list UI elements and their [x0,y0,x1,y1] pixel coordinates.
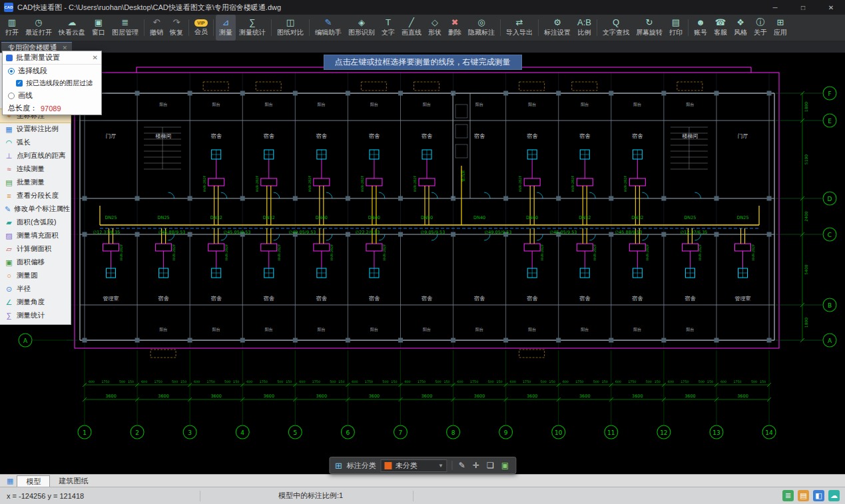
move-icon[interactable]: ✛ [471,461,481,470]
toolbar-item-find-text[interactable]: Q文字查找 [599,15,633,41]
svg-text:600: 600 [299,380,305,383]
toolbar-item-apps[interactable]: ⊞应用 [770,15,790,41]
sheet-nav-icon[interactable]: ▦ [3,475,17,487]
svg-text:3600: 3600 [105,393,117,399]
toolbar-item-draw-line[interactable]: ╱画直线 [398,15,425,41]
annotation-settings-icon: ⚙ [553,18,561,27]
sheet-tab-label: 模型 [26,477,41,487]
menu-item-area-offset[interactable]: ▣面积偏移 [0,256,71,269]
checkbox-checked-icon[interactable]: ✓ [16,80,23,87]
toolbar-item-support[interactable]: ☎客服 [710,15,730,41]
toolbar-item-drawing-compare[interactable]: ◫图纸对比 [274,15,307,41]
svg-text:600: 600 [563,380,569,383]
cloud-status-icon[interactable]: ☁ [828,490,840,501]
toolbar-item-vip-member[interactable]: VIP会员 [191,15,211,41]
svg-text:宿舍: 宿舍 [210,133,222,139]
menu-item-measure-statistics[interactable]: ∑测量统计 [0,309,71,322]
menu-item-measure-angle[interactable]: ∠测量角度 [0,296,71,309]
side-area-icon: ▱ [5,245,13,254]
edit-icon[interactable]: ✎ [457,461,467,470]
annotation-category-label: 标注分类 [347,461,376,471]
sheet-tab-label: 建筑图纸 [59,476,88,486]
menu-item-continuous-measure[interactable]: ≈连续测量 [0,162,71,176]
menu-item-measure-circle[interactable]: ○测量圆 [0,269,71,282]
toolbar-item-delete[interactable]: ✖删除 [445,15,465,41]
category-dropdown[interactable]: 未分类 ▼ [381,459,447,472]
toolbar-item-hide-annotations[interactable]: ◎隐藏标注 [465,15,498,41]
panel-close-icon[interactable]: ✕ [93,54,98,61]
toolbar-item-scale[interactable]: A:B比例 [574,15,595,41]
folder-status-icon[interactable]: ▤ [798,490,809,501]
toolbar-item-layer-manager[interactable]: ≣图层管理 [109,15,142,41]
toolbar-item-label: 隐藏标注 [468,28,495,37]
sheet-tab-model[interactable]: 模型 [17,475,50,487]
image-status-icon[interactable]: ◧ [813,490,824,501]
toolbar-item-annotation-settings[interactable]: ⚙标注设置 [541,15,574,41]
svg-text:楼梯间: 楼梯间 [682,133,698,139]
svg-text:HVR-282F: HVR-282F [172,244,176,261]
toolbar-item-shape-recognition[interactable]: ◈图形识别 [345,15,378,41]
svg-text:1750: 1750 [681,380,689,383]
menu-item-label: 修改单个标注属性 [14,204,70,214]
toolbar-item-theme[interactable]: ❖风格 [730,15,750,41]
cad-canvas[interactable]: 盥洗室HVR-282FHVR-282FHVR-282FHVR-282FHVR-2… [0,53,845,474]
toolbar-item-window[interactable]: ▣窗口 [89,15,109,41]
toolbar-item-label: 测量 [219,28,232,37]
svg-text:DN40: DN40 [526,215,538,220]
toolbar-item-cloud-drive[interactable]: ☁快看云盘 [55,15,89,41]
toolbar-item-measure-stats[interactable]: ∑测量统计 [236,15,269,41]
svg-text:1750: 1750 [312,380,320,383]
radio-unselected-icon[interactable] [8,93,15,99]
svg-text:1750: 1750 [523,380,531,383]
toolbar-item-about[interactable]: ⓘ关于 [750,15,770,41]
menu-item-side-area[interactable]: ▱计算侧面积 [0,242,71,256]
menu-item-label: 设置标注比例 [17,125,59,134]
svg-text:阳台: 阳台 [160,327,168,332]
toolbar-item-edit-assistant[interactable]: ✎编辑助手 [312,15,345,41]
svg-text:5: 5 [293,429,297,436]
print-icon: ▤ [672,18,680,27]
svg-text:∅45.05/9.53: ∅45.05/9.53 [550,230,577,235]
svg-text:DN25: DN25 [684,215,696,220]
maximize-icon[interactable]: □ [789,0,817,15]
toolbar-item-recent-open[interactable]: ◷最近打开 [22,15,55,41]
radio-selected-icon[interactable] [8,68,15,75]
menu-item-batch-measure[interactable]: ▤批量测量 [0,176,71,189]
svg-text:600: 600 [668,380,674,383]
delete-icon: ✖ [451,18,459,27]
grid-icon[interactable]: ⊞ [335,461,342,471]
menu-item-radius[interactable]: ⊙半径 [0,282,71,296]
option-layer-filter[interactable]: ✓ 按已选线段的图层过滤 [3,77,101,89]
document-status-icon[interactable]: ≣ [782,490,794,501]
menu-item-view-segment-length[interactable]: ≡查看分段长度 [0,189,71,202]
close-icon[interactable]: ✕ [817,0,845,15]
menu-item-modify-annotation-property[interactable]: ✎修改单个标注属性 [0,202,71,216]
toolbar-item-print[interactable]: ▤打印 [666,15,686,41]
menu-item-arc-length[interactable]: ◠弧长 [0,136,71,149]
svg-text:阳台: 阳台 [370,327,378,332]
svg-text:5400: 5400 [804,264,808,274]
toolbar-item-shapes[interactable]: ◇形状 [425,15,445,41]
svg-text:宿舍: 宿舍 [579,296,590,302]
tab-close-icon[interactable]: ✕ [63,45,68,51]
option-draw-line[interactable]: 画线 [3,89,101,102]
menu-item-area-with-arc[interactable]: ▰面积(含弧段) [0,216,71,229]
toolbar-item-undo[interactable]: ↶撤销 [146,15,166,41]
toolbar-item-label: 撤销 [150,28,163,37]
svg-text:B: B [828,302,832,309]
minimize-icon[interactable]: ─ [761,0,789,15]
option-select-segment[interactable]: 选择线段 [3,65,101,77]
toolbar-item-rotate-screen[interactable]: ↻屏幕旋转 [633,15,666,41]
sheet-tab-architecture[interactable]: 建筑图纸 [50,475,97,487]
toolbar-item-account[interactable]: ☻账号 [691,15,710,41]
toolbar-item-import-export[interactable]: ⇄导入导出 [503,15,536,41]
toolbar-item-open[interactable]: ▥打开 [2,15,22,41]
menu-item-set-annotation-scale[interactable]: ▦设置标注比例 [0,123,71,136]
copy-icon[interactable]: ❏ [485,461,495,470]
menu-item-measure-fill-area[interactable]: ▨测量填充面积 [0,229,71,242]
toolbar-item-redo[interactable]: ↷恢复 [166,15,186,41]
toolbar-item-measure[interactable]: ⊿测量 [216,15,236,41]
menu-item-point-to-line-distance[interactable]: ⊥点到直线的距离 [0,149,71,162]
toolbar-item-text[interactable]: T文字 [378,15,398,41]
confirm-icon[interactable]: ▣ [500,461,510,470]
